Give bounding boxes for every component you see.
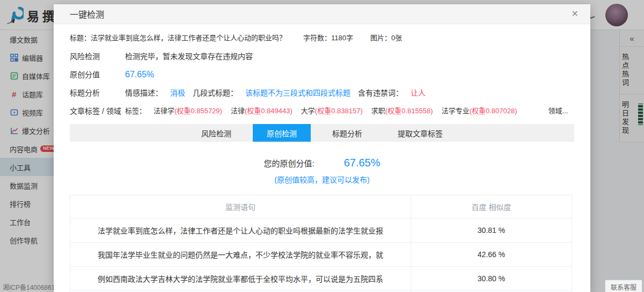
risk-label: 风险检测 [70, 51, 125, 62]
sentiment-value: 消极 [170, 87, 185, 98]
risk-detection-row: 风险检测 检测完毕，暂未发现文章存在违规内容 [70, 51, 574, 62]
contact-support-button[interactable]: 联系客服 [605, 280, 642, 292]
table-row: 例如西南政法大学吉林大学的法学院就业率都低于全校平均水平，可以说是为五院四系 3… [70, 267, 572, 291]
originality-value: 67.65% [125, 69, 154, 80]
similarity-table: 监测语句 百度 相似度 法学就业率到底怎么样，法律工作者还是个让人心动的职业吗根… [70, 195, 572, 292]
similarity-cell: 30.81 % [411, 218, 572, 243]
detection-modal: 一键检测 ✕ 标题：法学就业率到底怎么样，法律工作者还是个让人心动的职业吗？ 字… [54, 4, 590, 292]
article-info-row: 标题：法学就业率到底怎么样，法律工作者还是个让人心动的职业吗？ 字符数：1180… [70, 33, 574, 43]
app-root: 易撰 ® 爆文数据 编辑器 自媒体库 [0, 0, 644, 292]
originality-label: 原创分值 [70, 69, 125, 80]
sentence-cell: 法学就业率到底怎么样，法律工作者还是个让人心动的职业吗根据最新的法学生就业报 [70, 218, 411, 243]
segment-style-label: 几段式标题： [193, 87, 238, 98]
tags-domain-label: 文章标签 / 领域 [70, 106, 125, 116]
banned-words-label: 含有违禁词： [358, 87, 403, 98]
sentiment-label: 情感描述： [125, 87, 163, 98]
article-tag: 法学专业(权重0.807028) [442, 106, 517, 116]
modal-title: 一键检测 [70, 8, 104, 20]
title-analysis-row: 标题分析 情感描述： 消极 几段式标题： 该标题不为三段式和四段式标题 含有违禁… [70, 87, 574, 98]
article-title-label: 标题： [70, 34, 91, 42]
char-count-label: 字符数： [303, 34, 331, 42]
sentence-cell: 例如西南政法大学吉林大学的法学院就业率都低于全校平均水平，可以说是为五院四系 [70, 267, 411, 291]
score-advice: (原创值较高，建议可以发布) [70, 174, 574, 185]
tab-originality-detection[interactable]: 原创检测 [253, 124, 311, 142]
table-row: 我国年法学毕业生就业的问题仍然是一大难点，不少学校法学院的就业率不容乐观，就 4… [70, 243, 572, 267]
modal-body: 标题：法学就业率到底怎么样，法律工作者还是个让人心动的职业吗？ 字符数：1180… [54, 33, 590, 292]
image-count-label: 图片： [370, 34, 391, 42]
article-tag: 求职(权重0.815558) [371, 106, 433, 116]
article-tag: 大学(权重0.838157) [301, 106, 363, 116]
banned-words-value: 让人 [411, 87, 426, 98]
domain-more-text: 领域... [548, 106, 568, 116]
segment-style-value: 该标题不为三段式和四段式标题 [245, 87, 350, 98]
score-label: 您的原创分值: [264, 157, 314, 169]
article-tag: 法律(权重0.849443) [231, 106, 292, 116]
score-value: 67.65% [344, 157, 380, 169]
tab-title-analysis[interactable]: 标题分析 [318, 124, 376, 142]
article-tag: 法律学(权重0.855729) [153, 106, 222, 116]
similarity-cell: 42.66 % [411, 243, 572, 267]
risk-value: 检测完毕，暂未发现文章存在违规内容 [125, 51, 253, 62]
tags-domain-row: 文章标签 / 领域 标签： 法律学(权重0.855729) 法律(权重0.849… [70, 106, 574, 116]
close-icon[interactable]: ✕ [572, 10, 579, 18]
column-header-sentence: 监测语句 [70, 195, 411, 218]
tab-risk-detection[interactable]: 风险检测 [187, 124, 245, 142]
table-row: 法学就业率到底怎么样，法律工作者还是个让人心动的职业吗根据最新的法学生就业报 3… [70, 218, 572, 243]
tab-extract-tags[interactable]: 提取文章标签 [384, 124, 457, 142]
modal-header: 一键检测 ✕ [54, 4, 590, 24]
tags-prefix: 标签： [125, 106, 146, 116]
image-count-value: 0张 [391, 34, 402, 42]
detection-tab-strip: 风险检测 原创检测 标题分析 提取文章标签 [70, 124, 574, 142]
article-title-value: 法学就业率到底怎么样，法律工作者还是个让人心动的职业吗？ [91, 34, 286, 42]
table-header-row: 监测语句 百度 相似度 [70, 195, 572, 218]
similarity-cell: 30.80 % [411, 267, 572, 291]
column-header-similarity: 百度 相似度 [411, 195, 572, 218]
scroll-indicator-widget[interactable] [637, 101, 644, 128]
originality-score-row: 原创分值 67.65% [70, 69, 574, 80]
title-analysis-label: 标题分析 [70, 87, 125, 98]
originality-score-banner: 您的原创分值: 67.65% [70, 157, 574, 169]
sentence-cell: 我国年法学毕业生就业的问题仍然是一大难点，不少学校法学院的就业率不容乐观，就 [70, 243, 411, 267]
char-count-value: 1180字 [331, 34, 353, 42]
